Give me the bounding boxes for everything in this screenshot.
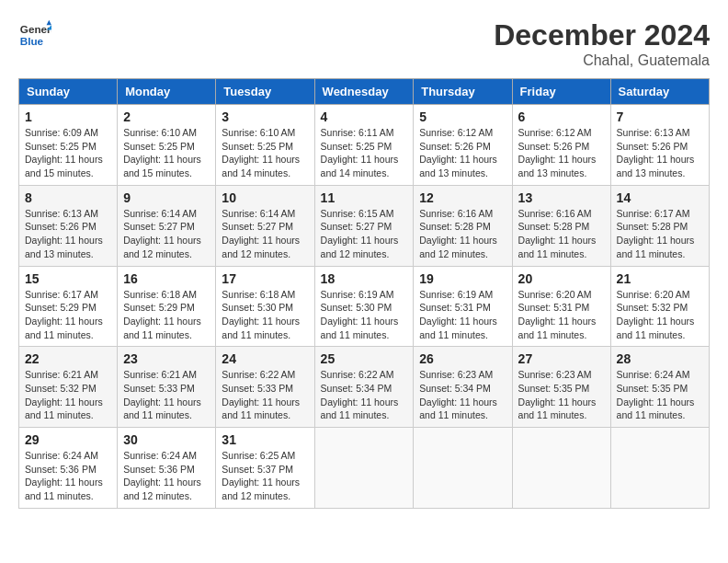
calendar-cell: 10 Sunrise: 6:14 AMSunset: 5:27 PMDaylig…	[216, 185, 314, 266]
day-number: 25	[321, 351, 408, 366]
day-number: 29	[25, 432, 111, 447]
page-header: General Blue December 2024 Chahal, Guate…	[18, 18, 710, 69]
calendar-cell: 14 Sunrise: 6:17 AMSunset: 5:28 PMDaylig…	[610, 185, 709, 266]
day-number: 28	[617, 351, 703, 366]
day-number: 27	[518, 351, 605, 366]
weekday-header: Thursday	[414, 79, 512, 105]
day-number: 20	[518, 271, 605, 286]
calendar-cell: 30 Sunrise: 6:24 AMSunset: 5:36 PMDaylig…	[118, 428, 216, 509]
calendar-cell	[314, 428, 414, 509]
day-info: Sunrise: 6:09 AMSunset: 5:25 PMDaylight:…	[25, 126, 111, 180]
calendar-header-row: SundayMondayTuesdayWednesdayThursdayFrid…	[19, 79, 710, 105]
day-number: 17	[222, 271, 308, 286]
weekday-header: Friday	[512, 79, 610, 105]
day-number: 22	[25, 351, 111, 366]
day-info: Sunrise: 6:16 AMSunset: 5:28 PMDaylight:…	[518, 207, 605, 261]
day-info: Sunrise: 6:18 AMSunset: 5:30 PMDaylight:…	[222, 288, 308, 342]
calendar-cell: 21 Sunrise: 6:20 AMSunset: 5:32 PMDaylig…	[610, 266, 709, 347]
day-info: Sunrise: 6:12 AMSunset: 5:26 PMDaylight:…	[518, 126, 605, 180]
day-info: Sunrise: 6:21 AMSunset: 5:33 PMDaylight:…	[123, 368, 210, 422]
day-info: Sunrise: 6:10 AMSunset: 5:25 PMDaylight:…	[123, 126, 210, 180]
day-number: 3	[222, 109, 308, 124]
day-number: 4	[321, 109, 408, 124]
day-info: Sunrise: 6:23 AMSunset: 5:35 PMDaylight:…	[518, 368, 605, 422]
day-number: 7	[617, 109, 703, 124]
day-number: 13	[518, 190, 605, 205]
calendar-cell: 19 Sunrise: 6:19 AMSunset: 5:31 PMDaylig…	[414, 266, 512, 347]
day-number: 21	[617, 271, 703, 286]
day-number: 23	[123, 351, 210, 366]
day-number: 8	[25, 190, 111, 205]
calendar-cell: 3 Sunrise: 6:10 AMSunset: 5:25 PMDayligh…	[216, 105, 314, 186]
calendar-cell: 5 Sunrise: 6:12 AMSunset: 5:26 PMDayligh…	[414, 105, 512, 186]
weekday-header: Tuesday	[216, 79, 314, 105]
day-info: Sunrise: 6:19 AMSunset: 5:31 PMDaylight:…	[419, 288, 506, 342]
calendar-cell: 9 Sunrise: 6:14 AMSunset: 5:27 PMDayligh…	[118, 185, 216, 266]
day-number: 14	[617, 190, 703, 205]
calendar-cell: 18 Sunrise: 6:19 AMSunset: 5:30 PMDaylig…	[314, 266, 414, 347]
day-number: 26	[419, 351, 506, 366]
day-info: Sunrise: 6:17 AMSunset: 5:28 PMDaylight:…	[617, 207, 703, 261]
day-number: 11	[321, 190, 408, 205]
calendar-cell: 27 Sunrise: 6:23 AMSunset: 5:35 PMDaylig…	[512, 347, 610, 428]
weekday-header: Monday	[118, 79, 216, 105]
calendar-cell: 12 Sunrise: 6:16 AMSunset: 5:28 PMDaylig…	[414, 185, 512, 266]
day-info: Sunrise: 6:14 AMSunset: 5:27 PMDaylight:…	[222, 207, 308, 261]
day-number: 30	[123, 432, 210, 447]
day-number: 12	[419, 190, 506, 205]
day-info: Sunrise: 6:22 AMSunset: 5:34 PMDaylight:…	[321, 368, 408, 422]
day-number: 2	[123, 109, 210, 124]
day-number: 16	[123, 271, 210, 286]
svg-text:Blue: Blue	[20, 35, 44, 47]
day-info: Sunrise: 6:20 AMSunset: 5:32 PMDaylight:…	[617, 288, 703, 342]
calendar-cell: 8 Sunrise: 6:13 AMSunset: 5:26 PMDayligh…	[19, 185, 118, 266]
weekday-header: Saturday	[610, 79, 709, 105]
day-info: Sunrise: 6:18 AMSunset: 5:29 PMDaylight:…	[123, 288, 210, 342]
day-info: Sunrise: 6:13 AMSunset: 5:26 PMDaylight:…	[617, 126, 703, 180]
calendar-cell: 25 Sunrise: 6:22 AMSunset: 5:34 PMDaylig…	[314, 347, 414, 428]
day-info: Sunrise: 6:13 AMSunset: 5:26 PMDaylight:…	[25, 207, 111, 261]
day-number: 19	[419, 271, 506, 286]
calendar-week-row: 1 Sunrise: 6:09 AMSunset: 5:25 PMDayligh…	[19, 105, 710, 186]
calendar-week-row: 8 Sunrise: 6:13 AMSunset: 5:26 PMDayligh…	[19, 185, 710, 266]
weekday-header: Sunday	[19, 79, 118, 105]
calendar-cell: 15 Sunrise: 6:17 AMSunset: 5:29 PMDaylig…	[19, 266, 118, 347]
calendar-cell: 17 Sunrise: 6:18 AMSunset: 5:30 PMDaylig…	[216, 266, 314, 347]
day-info: Sunrise: 6:17 AMSunset: 5:29 PMDaylight:…	[25, 288, 111, 342]
day-info: Sunrise: 6:20 AMSunset: 5:31 PMDaylight:…	[518, 288, 605, 342]
calendar-cell: 24 Sunrise: 6:22 AMSunset: 5:33 PMDaylig…	[216, 347, 314, 428]
calendar-cell: 20 Sunrise: 6:20 AMSunset: 5:31 PMDaylig…	[512, 266, 610, 347]
title-block: December 2024 Chahal, Guatemala	[494, 18, 710, 69]
day-info: Sunrise: 6:25 AMSunset: 5:37 PMDaylight:…	[222, 449, 308, 503]
logo: General Blue	[18, 18, 51, 52]
day-number: 24	[222, 351, 308, 366]
calendar-cell: 29 Sunrise: 6:24 AMSunset: 5:36 PMDaylig…	[19, 428, 118, 509]
calendar-cell: 16 Sunrise: 6:18 AMSunset: 5:29 PMDaylig…	[118, 266, 216, 347]
calendar-cell: 4 Sunrise: 6:11 AMSunset: 5:25 PMDayligh…	[314, 105, 414, 186]
calendar-cell: 11 Sunrise: 6:15 AMSunset: 5:27 PMDaylig…	[314, 185, 414, 266]
day-number: 31	[222, 432, 308, 447]
calendar-cell: 23 Sunrise: 6:21 AMSunset: 5:33 PMDaylig…	[118, 347, 216, 428]
day-number: 6	[518, 109, 605, 124]
calendar-cell: 28 Sunrise: 6:24 AMSunset: 5:35 PMDaylig…	[610, 347, 709, 428]
calendar-week-row: 29 Sunrise: 6:24 AMSunset: 5:36 PMDaylig…	[19, 428, 710, 509]
day-info: Sunrise: 6:21 AMSunset: 5:32 PMDaylight:…	[25, 368, 111, 422]
day-info: Sunrise: 6:11 AMSunset: 5:25 PMDaylight:…	[321, 126, 408, 180]
day-info: Sunrise: 6:15 AMSunset: 5:27 PMDaylight:…	[321, 207, 408, 261]
day-info: Sunrise: 6:14 AMSunset: 5:27 PMDaylight:…	[123, 207, 210, 261]
calendar-cell: 22 Sunrise: 6:21 AMSunset: 5:32 PMDaylig…	[19, 347, 118, 428]
day-info: Sunrise: 6:19 AMSunset: 5:30 PMDaylight:…	[321, 288, 408, 342]
day-number: 18	[321, 271, 408, 286]
calendar-cell: 2 Sunrise: 6:10 AMSunset: 5:25 PMDayligh…	[118, 105, 216, 186]
calendar-table: SundayMondayTuesdayWednesdayThursdayFrid…	[18, 78, 710, 509]
month-title: December 2024	[494, 18, 710, 52]
location: Chahal, Guatemala	[494, 52, 710, 69]
day-number: 15	[25, 271, 111, 286]
calendar-cell	[610, 428, 709, 509]
calendar-week-row: 15 Sunrise: 6:17 AMSunset: 5:29 PMDaylig…	[19, 266, 710, 347]
day-info: Sunrise: 6:12 AMSunset: 5:26 PMDaylight:…	[419, 126, 506, 180]
day-info: Sunrise: 6:23 AMSunset: 5:34 PMDaylight:…	[419, 368, 506, 422]
day-number: 1	[25, 109, 111, 124]
calendar-cell: 31 Sunrise: 6:25 AMSunset: 5:37 PMDaylig…	[216, 428, 314, 509]
day-info: Sunrise: 6:16 AMSunset: 5:28 PMDaylight:…	[419, 207, 506, 261]
